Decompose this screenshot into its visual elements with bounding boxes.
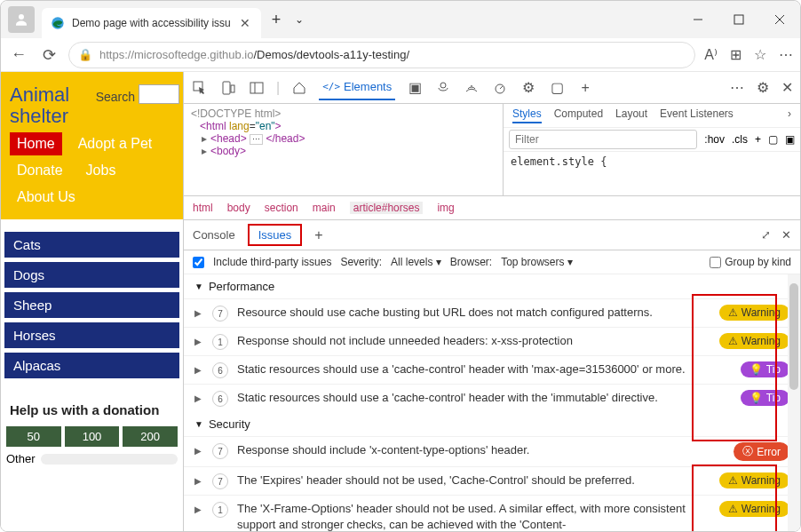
tip-badge: 💡Tip — [741, 390, 789, 406]
network-tab-icon[interactable] — [463, 79, 480, 97]
chevron-right-icon[interactable]: › — [788, 107, 791, 123]
group-by-kind-checkbox[interactable] — [710, 257, 721, 268]
issues-toolbar: Include third-party issues Severity: All… — [184, 250, 800, 274]
donate-100[interactable]: 100 — [65, 426, 120, 447]
edge-icon — [51, 16, 65, 30]
nav-adopt[interactable]: Adopt a Pet — [71, 132, 160, 155]
more-tools-icon[interactable]: ⋯ — [730, 79, 744, 96]
more-tabs-icon[interactable]: + — [576, 79, 594, 97]
styles-filter-input[interactable] — [509, 130, 697, 149]
close-window-button[interactable] — [759, 1, 800, 38]
cls-toggle[interactable]: .cls — [732, 133, 748, 146]
window-controls — [678, 1, 800, 38]
svg-rect-3 — [734, 15, 743, 24]
back-button[interactable]: ← — [8, 44, 29, 66]
styles-body[interactable]: element.style { — [504, 152, 800, 171]
category-list: Cats Dogs Sheep Horses Alpacas — [1, 219, 183, 395]
console-tab-icon[interactable]: ▣ — [406, 79, 424, 97]
tab-chevron-icon[interactable]: ⌄ — [289, 12, 309, 28]
computed-panel-icon[interactable]: ▢ — [768, 133, 778, 146]
warning-badge: ⚠Warning — [719, 472, 789, 488]
devtools-close-icon[interactable]: ✕ — [781, 79, 793, 96]
layout-tab[interactable]: Layout — [615, 107, 647, 123]
tip-badge: 💡Tip — [741, 361, 789, 377]
styles-tab[interactable]: Styles — [512, 107, 542, 123]
application-tab-icon[interactable]: ▢ — [548, 79, 566, 97]
category-dogs[interactable]: Dogs — [4, 262, 179, 288]
inspect-icon[interactable] — [191, 79, 209, 97]
warning-badge: ⚠Warning — [719, 305, 789, 321]
issue-row: ▶1Response should not include unneeded h… — [184, 327, 800, 355]
category-security[interactable]: ▼Security — [184, 412, 800, 436]
category-cats[interactable]: Cats — [4, 232, 179, 258]
minimize-button[interactable] — [678, 1, 718, 38]
drawer-close-icon[interactable]: ✕ — [781, 228, 791, 242]
refresh-button[interactable]: ⟳ — [38, 44, 59, 66]
issue-row: ▶6Static resources should use a 'cache-c… — [184, 384, 800, 412]
breadcrumb[interactable]: html body section main article#horses im… — [184, 196, 800, 220]
donate-50[interactable]: 50 — [6, 426, 61, 447]
nav-donate[interactable]: Donate — [10, 159, 70, 182]
other-label: Other — [6, 452, 36, 465]
nav-jobs[interactable]: Jobs — [79, 159, 123, 182]
url-field[interactable]: 🔒 https://microsoftedge.github.io/Demos/… — [68, 42, 695, 68]
favorite-icon[interactable]: ☆ — [754, 46, 766, 63]
tab-title: Demo page with accessibility issu — [72, 17, 231, 29]
event-listeners-tab[interactable]: Event Listeners — [660, 107, 734, 123]
hov-toggle[interactable]: :hov — [704, 133, 725, 146]
browser-tab[interactable]: Demo page with accessibility issu ✕ — [42, 8, 261, 38]
category-performance[interactable]: ▼Performance — [184, 274, 800, 298]
drawer-issues-tab[interactable]: Issues — [248, 224, 303, 246]
close-icon[interactable]: ✕ — [238, 16, 252, 30]
category-horses[interactable]: Horses — [4, 322, 179, 348]
sidebar-toggle-icon[interactable]: ▣ — [785, 133, 795, 146]
devtools-toolbar: | </> Elements ▣ ⚙ ▢ + ⋯ ⚙ ✕ — [184, 72, 800, 104]
issue-row: ▶7Response should include 'x-content-typ… — [184, 436, 800, 466]
category-alpacas[interactable]: Alpacas — [4, 353, 179, 378]
scrollbar-thumb[interactable] — [789, 283, 798, 390]
welcome-icon[interactable] — [290, 79, 308, 97]
panel-icon[interactable] — [248, 79, 266, 97]
donate-200[interactable]: 200 — [123, 426, 178, 447]
nav-home[interactable]: Home — [10, 132, 62, 155]
drawer-add-tab[interactable]: + — [314, 227, 322, 243]
issues-list[interactable]: ▼Performance ▶7Resource should use cache… — [184, 274, 800, 531]
svg-rect-8 — [231, 85, 234, 92]
search-label: Search — [96, 90, 135, 104]
styles-pane: Styles Computed Layout Event Listeners ›… — [503, 104, 800, 195]
memory-tab-icon[interactable]: ⚙ — [519, 79, 537, 97]
search-input[interactable] — [139, 84, 179, 104]
error-badge: ⓧError — [734, 442, 789, 461]
third-party-checkbox[interactable] — [193, 257, 204, 268]
new-rule-icon[interactable]: + — [755, 133, 761, 146]
warning-badge: ⚠Warning — [719, 501, 789, 517]
other-slider[interactable] — [41, 454, 178, 465]
tab-elements[interactable]: </> Elements — [319, 75, 395, 100]
address-bar: ← ⟳ 🔒 https://microsoftedge.github.io/De… — [1, 38, 800, 72]
drawer-expand-icon[interactable]: ⤢ — [761, 228, 771, 242]
devtools: | </> Elements ▣ ⚙ ▢ + ⋯ ⚙ ✕ <!DOCTYPE h… — [183, 72, 800, 531]
dom-tree[interactable]: <!DOCTYPE html> <html lang="en"> ▸<head>… — [184, 104, 503, 195]
settings-icon[interactable]: ⚙ — [757, 79, 769, 96]
window-titlebar: Demo page with accessibility issu ✕ + ⌄ — [1, 1, 800, 38]
read-aloud-icon[interactable]: A⁾ — [704, 46, 718, 63]
sources-tab-icon[interactable] — [434, 79, 452, 97]
warning-badge: ⚠Warning — [719, 333, 789, 349]
device-icon[interactable] — [219, 79, 237, 97]
new-tab-button[interactable]: + — [266, 9, 287, 31]
browser-dropdown[interactable]: Top browsers ▾ — [501, 256, 573, 268]
performance-tab-icon[interactable] — [491, 79, 509, 97]
computed-tab[interactable]: Computed — [554, 107, 603, 123]
svg-rect-9 — [250, 83, 263, 93]
category-sheep[interactable]: Sheep — [4, 292, 179, 318]
main-nav: Home Adopt a Pet Donate Jobs About Us — [10, 127, 174, 214]
nav-about[interactable]: About Us — [10, 186, 83, 209]
drawer-console-tab[interactable]: Console — [193, 228, 235, 242]
profile-icon[interactable] — [8, 6, 35, 33]
more-icon[interactable]: ⋯ — [779, 46, 793, 63]
svg-point-0 — [19, 14, 24, 20]
maximize-button[interactable] — [718, 1, 759, 38]
collections-icon[interactable]: ⊞ — [730, 46, 742, 63]
issue-row: ▶1The 'X-Frame-Options' header should no… — [184, 495, 800, 531]
severity-dropdown[interactable]: All levels ▾ — [391, 256, 441, 268]
